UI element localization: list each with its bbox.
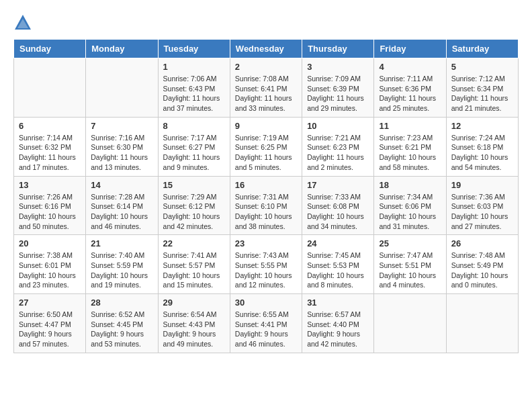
day-cell: 16Sunrise: 7:31 AMSunset: 6:10 PMDayligh… xyxy=(230,176,302,235)
col-header-saturday: Saturday xyxy=(446,40,518,58)
day-detail: Sunrise: 7:26 AMSunset: 6:16 PMDaylight:… xyxy=(19,192,81,232)
day-detail: Sunrise: 7:47 AMSunset: 5:51 PMDaylight:… xyxy=(379,250,441,290)
day-detail: Sunrise: 7:23 AMSunset: 6:21 PMDaylight:… xyxy=(379,133,441,173)
day-detail: Sunrise: 7:29 AMSunset: 6:12 PMDaylight:… xyxy=(163,192,225,232)
day-cell: 23Sunrise: 7:43 AMSunset: 5:55 PMDayligh… xyxy=(230,235,302,294)
day-detail: Sunrise: 7:36 AMSunset: 6:03 PMDaylight:… xyxy=(451,192,513,232)
day-cell: 7Sunrise: 7:16 AMSunset: 6:30 PMDaylight… xyxy=(86,117,158,176)
day-number: 16 xyxy=(235,180,297,190)
day-detail: Sunrise: 7:28 AMSunset: 6:14 PMDaylight:… xyxy=(91,192,152,232)
day-detail: Sunrise: 7:34 AMSunset: 6:06 PMDaylight:… xyxy=(379,192,441,232)
day-number: 27 xyxy=(19,298,81,308)
day-cell: 31Sunrise: 6:57 AMSunset: 4:40 PMDayligh… xyxy=(302,294,374,353)
day-cell: 25Sunrise: 7:47 AMSunset: 5:51 PMDayligh… xyxy=(374,235,446,294)
day-cell: 26Sunrise: 7:48 AMSunset: 5:49 PMDayligh… xyxy=(446,235,518,294)
day-cell: 19Sunrise: 7:36 AMSunset: 6:03 PMDayligh… xyxy=(446,176,518,235)
logo xyxy=(13,13,35,32)
day-cell: 30Sunrise: 6:55 AMSunset: 4:41 PMDayligh… xyxy=(230,294,302,353)
day-detail: Sunrise: 7:11 AMSunset: 6:36 PMDaylight:… xyxy=(379,74,441,113)
week-row-5: 27Sunrise: 6:50 AMSunset: 4:47 PMDayligh… xyxy=(14,294,519,353)
col-header-monday: Monday xyxy=(86,40,158,58)
day-number: 31 xyxy=(307,298,369,308)
day-cell: 9Sunrise: 7:19 AMSunset: 6:25 PMDaylight… xyxy=(230,117,302,176)
day-detail: Sunrise: 7:21 AMSunset: 6:23 PMDaylight:… xyxy=(307,133,369,173)
day-number: 25 xyxy=(379,238,441,248)
day-detail: Sunrise: 6:54 AMSunset: 4:43 PMDaylight:… xyxy=(163,310,225,349)
day-number: 30 xyxy=(235,298,297,308)
day-cell: 28Sunrise: 6:52 AMSunset: 4:45 PMDayligh… xyxy=(86,294,158,353)
day-number: 28 xyxy=(91,298,152,308)
day-detail: Sunrise: 7:31 AMSunset: 6:10 PMDaylight:… xyxy=(235,192,297,232)
day-cell: 17Sunrise: 7:33 AMSunset: 6:08 PMDayligh… xyxy=(302,176,374,235)
col-header-tuesday: Tuesday xyxy=(158,40,230,58)
day-detail: Sunrise: 7:40 AMSunset: 5:59 PMDaylight:… xyxy=(91,250,152,290)
day-cell: 6Sunrise: 7:14 AMSunset: 6:32 PMDaylight… xyxy=(14,117,86,176)
day-cell: 21Sunrise: 7:40 AMSunset: 5:59 PMDayligh… xyxy=(86,235,158,294)
day-number: 20 xyxy=(19,238,81,248)
day-cell: 8Sunrise: 7:17 AMSunset: 6:27 PMDaylight… xyxy=(158,117,230,176)
day-number: 10 xyxy=(307,121,369,131)
day-detail: Sunrise: 7:43 AMSunset: 5:55 PMDaylight:… xyxy=(235,250,297,290)
day-number: 14 xyxy=(91,180,152,190)
day-number: 11 xyxy=(379,121,441,131)
day-number: 12 xyxy=(451,121,513,131)
day-detail: Sunrise: 7:06 AMSunset: 6:43 PMDaylight:… xyxy=(163,74,225,113)
day-cell: 29Sunrise: 6:54 AMSunset: 4:43 PMDayligh… xyxy=(158,294,230,353)
day-cell: 22Sunrise: 7:41 AMSunset: 5:57 PMDayligh… xyxy=(158,235,230,294)
day-number: 6 xyxy=(19,121,81,131)
day-number: 23 xyxy=(235,238,297,248)
day-number: 22 xyxy=(163,238,225,248)
day-number: 13 xyxy=(19,180,81,190)
day-cell: 18Sunrise: 7:34 AMSunset: 6:06 PMDayligh… xyxy=(374,176,446,235)
day-cell: 12Sunrise: 7:24 AMSunset: 6:18 PMDayligh… xyxy=(446,117,518,176)
page-header xyxy=(13,13,519,32)
day-number: 19 xyxy=(451,180,513,190)
logo-icon xyxy=(13,13,32,32)
day-detail: Sunrise: 7:19 AMSunset: 6:25 PMDaylight:… xyxy=(235,133,297,173)
col-header-thursday: Thursday xyxy=(302,40,374,58)
day-cell: 24Sunrise: 7:45 AMSunset: 5:53 PMDayligh… xyxy=(302,235,374,294)
day-cell xyxy=(446,294,518,353)
col-header-wednesday: Wednesday xyxy=(230,40,302,58)
week-row-2: 6Sunrise: 7:14 AMSunset: 6:32 PMDaylight… xyxy=(14,117,519,176)
day-number: 29 xyxy=(163,298,225,308)
col-header-sunday: Sunday xyxy=(14,40,86,58)
day-detail: Sunrise: 7:16 AMSunset: 6:30 PMDaylight:… xyxy=(91,133,152,173)
day-number: 8 xyxy=(163,121,225,131)
day-cell: 11Sunrise: 7:23 AMSunset: 6:21 PMDayligh… xyxy=(374,117,446,176)
day-detail: Sunrise: 7:45 AMSunset: 5:53 PMDaylight:… xyxy=(307,250,369,290)
day-cell: 27Sunrise: 6:50 AMSunset: 4:47 PMDayligh… xyxy=(14,294,86,353)
day-cell: 5Sunrise: 7:12 AMSunset: 6:34 PMDaylight… xyxy=(446,58,518,118)
calendar-table: SundayMondayTuesdayWednesdayThursdayFrid… xyxy=(13,39,519,353)
day-cell xyxy=(14,58,86,118)
day-cell: 20Sunrise: 7:38 AMSunset: 6:01 PMDayligh… xyxy=(14,235,86,294)
day-cell: 1Sunrise: 7:06 AMSunset: 6:43 PMDaylight… xyxy=(158,58,230,118)
day-number: 26 xyxy=(451,238,513,248)
day-cell: 14Sunrise: 7:28 AMSunset: 6:14 PMDayligh… xyxy=(86,176,158,235)
day-number: 17 xyxy=(307,180,369,190)
week-row-1: 1Sunrise: 7:06 AMSunset: 6:43 PMDaylight… xyxy=(14,58,519,118)
day-cell: 2Sunrise: 7:08 AMSunset: 6:41 PMDaylight… xyxy=(230,58,302,118)
day-detail: Sunrise: 7:24 AMSunset: 6:18 PMDaylight:… xyxy=(451,133,513,173)
day-number: 24 xyxy=(307,238,369,248)
day-cell: 4Sunrise: 7:11 AMSunset: 6:36 PMDaylight… xyxy=(374,58,446,118)
day-detail: Sunrise: 7:14 AMSunset: 6:32 PMDaylight:… xyxy=(19,133,81,173)
day-number: 9 xyxy=(235,121,297,131)
day-detail: Sunrise: 7:08 AMSunset: 6:41 PMDaylight:… xyxy=(235,74,297,113)
calendar-header-row: SundayMondayTuesdayWednesdayThursdayFrid… xyxy=(14,40,519,58)
day-detail: Sunrise: 7:12 AMSunset: 6:34 PMDaylight:… xyxy=(451,74,513,113)
day-number: 2 xyxy=(235,62,297,72)
week-row-3: 13Sunrise: 7:26 AMSunset: 6:16 PMDayligh… xyxy=(14,176,519,235)
day-number: 18 xyxy=(379,180,441,190)
day-number: 7 xyxy=(91,121,152,131)
day-detail: Sunrise: 6:50 AMSunset: 4:47 PMDaylight:… xyxy=(19,310,81,349)
day-number: 1 xyxy=(163,62,225,72)
day-number: 3 xyxy=(307,62,369,72)
day-detail: Sunrise: 7:48 AMSunset: 5:49 PMDaylight:… xyxy=(451,250,513,290)
day-detail: Sunrise: 7:38 AMSunset: 6:01 PMDaylight:… xyxy=(19,250,81,290)
day-detail: Sunrise: 7:17 AMSunset: 6:27 PMDaylight:… xyxy=(163,133,225,173)
day-detail: Sunrise: 6:55 AMSunset: 4:41 PMDaylight:… xyxy=(235,310,297,349)
day-number: 4 xyxy=(379,62,441,72)
day-detail: Sunrise: 6:57 AMSunset: 4:40 PMDaylight:… xyxy=(307,310,369,349)
day-number: 5 xyxy=(451,62,513,72)
